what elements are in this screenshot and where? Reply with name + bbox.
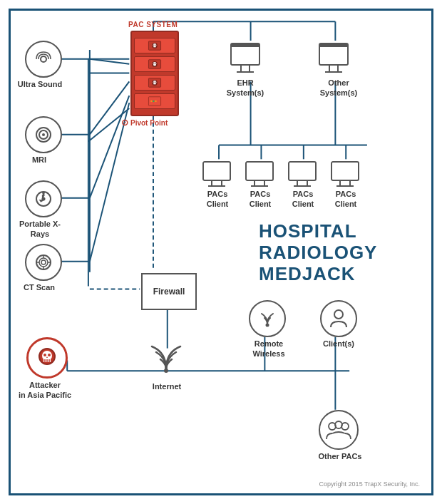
svg-point-64	[41, 260, 46, 264]
pacs-client-4-label: PACs Client	[326, 189, 366, 210]
svg-point-44	[153, 63, 154, 64]
firewall-box: Firewall	[141, 273, 197, 310]
svg-rect-79	[203, 162, 230, 180]
pacs-client-3-icon	[287, 160, 317, 190]
svg-point-98	[43, 354, 46, 356]
svg-point-45	[155, 63, 156, 64]
mri-label: MRI	[18, 155, 61, 165]
ultra-sound-label: Ultra Sound	[14, 79, 66, 89]
pacs-client-2-label: PACs Client	[240, 189, 280, 210]
other-pacs-icon	[319, 410, 359, 450]
xray-icon	[25, 180, 62, 217]
attacker-label: Attackerin Asia Pacific	[16, 380, 73, 401]
pac-system-label: PAC SYSTEM	[128, 21, 178, 29]
remote-wireless-label: Remote Wireless	[240, 339, 297, 359]
hospital-title: HOSPITAL RADIOLOGY MEDJACK	[259, 221, 416, 285]
xray-label: Portable X-Rays	[13, 219, 67, 240]
internet-icon	[145, 342, 187, 384]
pac-server	[130, 31, 179, 116]
clients-label: Client(s)	[319, 339, 359, 349]
svg-rect-52	[148, 97, 160, 106]
other-systems-label: Other System(s)	[310, 78, 367, 98]
svg-line-3	[88, 92, 129, 201]
other-systems-icon	[315, 41, 352, 79]
ct-scan-icon	[25, 244, 62, 281]
internet-label: Internet	[143, 381, 191, 391]
svg-rect-49	[153, 83, 155, 85]
pacs-client-1-label: PACs Client	[197, 189, 237, 210]
svg-point-51	[155, 82, 156, 83]
svg-point-50	[153, 82, 154, 83]
svg-rect-83	[246, 162, 273, 180]
svg-rect-87	[289, 162, 316, 180]
svg-point-54	[153, 101, 154, 102]
mri-icon	[25, 116, 62, 153]
pacs-client-4-icon	[330, 160, 360, 190]
pacs-client-1-icon	[202, 160, 232, 190]
ct-scan-label: CT Scan	[18, 282, 61, 292]
remote-wireless-icon	[249, 300, 286, 337]
ehr-label: EHR System(s)	[220, 78, 271, 98]
pivot-label: ⊙ Pivot Point	[121, 118, 168, 128]
svg-point-63	[39, 258, 48, 267]
svg-point-39	[155, 45, 156, 46]
svg-rect-75	[319, 43, 348, 47]
svg-rect-70	[231, 43, 259, 47]
svg-line-4	[90, 59, 129, 64]
pacs-client-2-icon	[245, 160, 274, 190]
svg-point-104	[266, 324, 269, 327]
ehr-icon	[227, 41, 264, 79]
svg-line-6	[90, 96, 129, 198]
svg-point-103	[164, 369, 168, 373]
ultra-sound-icon	[25, 41, 62, 78]
clients-icon	[320, 300, 357, 337]
svg-rect-43	[153, 65, 155, 66]
svg-point-53	[150, 101, 152, 102]
svg-point-38	[153, 45, 154, 46]
svg-point-55	[155, 101, 156, 102]
other-pacs-label: Other PACs	[316, 451, 364, 461]
copyright: Copyright 2015 TrapX Security, Inc.	[319, 480, 420, 488]
firewall-label: Firewall	[153, 287, 185, 297]
attacker-icon	[26, 337, 68, 379]
svg-point-59	[42, 133, 45, 136]
svg-point-56	[41, 56, 46, 62]
svg-rect-37	[153, 46, 155, 48]
svg-rect-91	[332, 162, 359, 180]
svg-point-105	[334, 310, 343, 319]
pacs-client-3-label: PACs Client	[283, 189, 323, 210]
svg-point-99	[48, 354, 51, 356]
